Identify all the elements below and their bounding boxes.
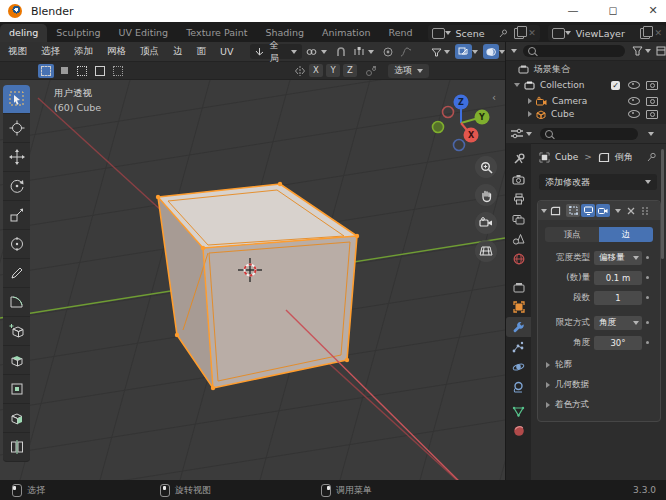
gizmo-x-neg[interactable]: [443, 107, 454, 118]
cube-mesh[interactable]: [156, 182, 359, 390]
menu-face[interactable]: 面: [190, 45, 214, 58]
realtime-display-toggle[interactable]: [581, 204, 595, 217]
tab-physics[interactable]: [506, 357, 531, 377]
perspective-toggle-button[interactable]: [475, 240, 497, 262]
limit-method-dropdown[interactable]: 角度: [594, 316, 642, 330]
tool-measure[interactable]: [3, 288, 30, 317]
animate-dot[interactable]: [646, 296, 649, 299]
tab-world[interactable]: [506, 249, 531, 269]
proportional-editing-button[interactable]: [380, 44, 396, 59]
gizmo-y-neg[interactable]: [433, 122, 444, 133]
tab-modifiers[interactable]: [506, 317, 531, 337]
menu-vertex[interactable]: 顶点: [133, 45, 166, 58]
tab-scene[interactable]: [506, 229, 531, 249]
hide-eye-icon[interactable]: [628, 110, 640, 118]
tab-modeling[interactable]: deling: [0, 24, 47, 42]
chevron-down-icon[interactable]: [472, 50, 478, 54]
amount-field[interactable]: 0.1 m: [594, 271, 642, 285]
tab-animation[interactable]: Animation: [313, 24, 379, 42]
chevron-down-icon[interactable]: [321, 50, 327, 54]
falloff-curve-button[interactable]: [398, 44, 414, 59]
window-titlebar[interactable]: Blender — ◻ ✕: [0, 0, 666, 22]
affect-vertices-button[interactable]: 顶点: [545, 227, 599, 242]
render-visibility-icon[interactable]: [646, 81, 658, 90]
mirror-z-button[interactable]: Z: [343, 64, 357, 77]
render-visibility-icon[interactable]: [646, 97, 658, 106]
outliner-row-cube[interactable]: Cube: [506, 109, 666, 119]
chevron-down-icon[interactable]: [645, 49, 651, 53]
breadcrumb-object[interactable]: Cube: [555, 152, 578, 162]
menu-view[interactable]: 视图: [0, 45, 34, 58]
width-type-dropdown[interactable]: 偏移量: [594, 251, 642, 265]
tab-render[interactable]: [506, 169, 531, 189]
minimize-button[interactable]: —: [558, 0, 588, 22]
menu-select[interactable]: 选择: [34, 45, 67, 58]
add-modifier-button[interactable]: 添加修改器: [539, 174, 657, 190]
render-visibility-icon[interactable]: [646, 110, 658, 119]
hide-eye-icon[interactable]: [628, 81, 640, 89]
mirror-y-button[interactable]: Y: [326, 64, 340, 77]
tool-extrude-region[interactable]: [3, 346, 30, 375]
expand-icon[interactable]: [514, 83, 520, 87]
cube-front-face[interactable]: [203, 236, 357, 388]
pin-icon[interactable]: [499, 29, 508, 38]
tab-particles[interactable]: [506, 337, 531, 357]
snap-settings-button[interactable]: [351, 44, 367, 59]
menu-uv[interactable]: UV: [213, 46, 240, 57]
tab-view-layer[interactable]: [506, 209, 531, 229]
tool-rotate[interactable]: [3, 172, 30, 201]
pin-icon[interactable]: [647, 152, 657, 162]
navigation-gizmo[interactable]: Z Y X: [431, 93, 495, 157]
tab-rendering[interactable]: Rend: [380, 24, 422, 42]
render-display-toggle[interactable]: [596, 204, 610, 217]
tool-annotate[interactable]: [3, 259, 30, 288]
collapse-icon[interactable]: [528, 111, 532, 117]
tab-texture-paint[interactable]: Texture Paint: [177, 24, 256, 42]
modifier-extras-chevron-icon[interactable]: [615, 209, 621, 213]
viewport-scene[interactable]: [0, 80, 505, 480]
animate-dot[interactable]: [646, 341, 649, 344]
mirror-icon[interactable]: [294, 65, 306, 77]
show-gizmo-button[interactable]: [428, 44, 444, 59]
segments-field[interactable]: 1: [594, 291, 642, 305]
tab-constraints[interactable]: [506, 377, 531, 397]
animate-dot[interactable]: [646, 321, 649, 324]
select-mode-extend-button[interactable]: [56, 64, 72, 78]
chevron-down-icon[interactable]: [648, 132, 654, 136]
properties-search-input[interactable]: [540, 128, 638, 140]
tool-move[interactable]: [3, 143, 30, 172]
modifier-panel-header[interactable]: [538, 201, 660, 220]
tab-collection[interactable]: [506, 277, 531, 297]
tab-uv-editing[interactable]: UV Editing: [110, 24, 178, 42]
section-geometry[interactable]: 几何数据: [546, 379, 589, 391]
animate-dot[interactable]: [646, 256, 649, 259]
select-mode-set-button[interactable]: [38, 64, 54, 78]
tab-output[interactable]: [506, 189, 531, 209]
menu-add[interactable]: 添加: [67, 45, 100, 58]
mirror-x-button[interactable]: X: [309, 64, 323, 77]
gizmo-z-neg[interactable]: [454, 140, 465, 151]
outliner-row-camera[interactable]: Camera: [506, 93, 666, 109]
display-mode-icon[interactable]: [656, 46, 666, 56]
menu-mesh[interactable]: 网格: [100, 45, 133, 58]
copy-scene-icon[interactable]: [514, 28, 524, 39]
tab-tool[interactable]: [506, 149, 531, 169]
viewlayer-selector[interactable]: ViewLayer ✕: [548, 25, 666, 41]
angle-field[interactable]: 30°: [594, 336, 642, 350]
zoom-view-button[interactable]: [475, 156, 497, 178]
editor-type-chevron-icon[interactable]: [511, 49, 517, 53]
tab-object-data[interactable]: [506, 401, 531, 421]
close-button[interactable]: ✕: [638, 0, 666, 22]
viewport-3d[interactable]: 用户透视 (60) Cube Z Y X: [0, 80, 505, 480]
drag-handle-icon[interactable]: [641, 206, 649, 216]
tool-select-box[interactable]: [3, 85, 30, 114]
properties-scrollbar[interactable]: [661, 149, 664, 259]
tool-options-dropdown[interactable]: 选项: [388, 64, 429, 78]
filter-icon[interactable]: [632, 46, 643, 56]
breadcrumb-modifier[interactable]: 倒角: [615, 151, 633, 164]
xray-toggle-button[interactable]: [455, 44, 471, 59]
select-mode-intersect-button[interactable]: [110, 64, 126, 78]
chevron-down-icon[interactable]: [444, 50, 450, 54]
tool-cursor[interactable]: [3, 114, 30, 143]
tool-scale[interactable]: [3, 201, 30, 230]
